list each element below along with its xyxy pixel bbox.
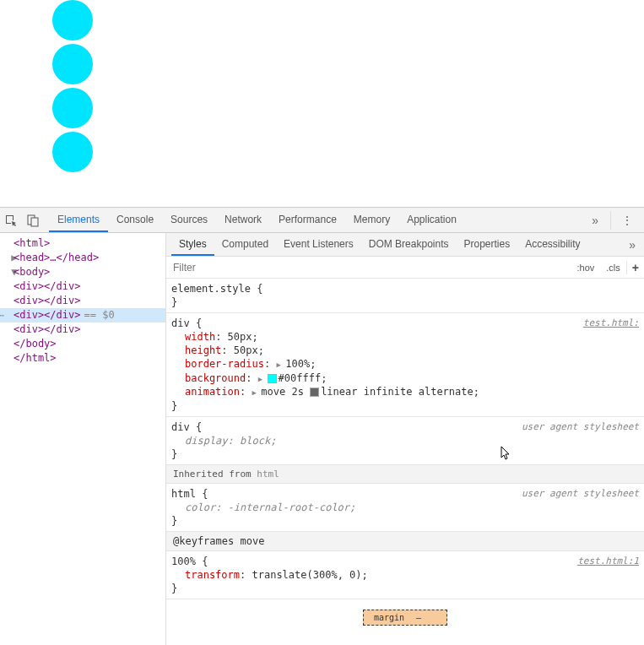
dom-tree-panel[interactable]: <html> ▶<head>…</head> ▼<body> <div></di… — [0, 233, 166, 645]
subtab-accessibility[interactable]: Accessibility — [517, 233, 587, 256]
source-link[interactable]: test.html: — [583, 317, 639, 330]
styles-filter-input[interactable] — [166, 258, 571, 277]
source-link[interactable]: test.html:1 — [577, 555, 639, 568]
keyframes-section-header[interactable]: @keyframes move — [166, 532, 644, 551]
subtab-dom-breakpoints[interactable]: DOM Breakpoints — [361, 233, 457, 256]
subtab-computed[interactable]: Computed — [214, 233, 276, 256]
tab-elements[interactable]: Elements — [49, 208, 108, 232]
dom-node: </body> — [0, 337, 165, 351]
box-model-diagram[interactable]: margin – — [166, 599, 644, 626]
dom-node: <div></div> — [0, 322, 165, 337]
styles-panel: Styles Computed Event Listeners DOM Brea… — [166, 233, 644, 645]
dom-node: ▶<head>…</head> — [0, 251, 165, 265]
css-rules-list: element.style { } test.html: div { width… — [166, 279, 644, 645]
devtools-panel: Elements Console Sources Network Perform… — [0, 207, 644, 645]
tab-network[interactable]: Network — [216, 208, 270, 232]
more-subtabs-icon[interactable]: » — [620, 238, 644, 252]
tab-application[interactable]: Application — [398, 208, 465, 232]
source-label: user agent stylesheet — [522, 420, 639, 434]
inherited-from-label: Inherited from html — [166, 465, 644, 484]
source-label: user agent stylesheet — [522, 487, 639, 501]
more-tabs-icon[interactable]: » — [583, 214, 607, 227]
styles-filter-row: :hov .cls + — [166, 257, 644, 279]
devtools-topbar: Elements Console Sources Network Perform… — [0, 208, 644, 233]
dom-node: <div></div> — [0, 279, 165, 294]
css-rule-element-style[interactable]: element.style { } — [166, 279, 644, 313]
settings-menu-icon[interactable]: ⋮ — [610, 211, 644, 230]
device-toolbar-icon[interactable] — [22, 209, 44, 231]
rendered-page-preview — [0, 0, 644, 207]
toggle-class-button[interactable]: .cls — [600, 263, 626, 273]
css-rule-html-ua[interactable]: user agent stylesheet html { color: -int… — [166, 484, 644, 532]
subtab-styles[interactable]: Styles — [171, 233, 214, 256]
styles-subtabs: Styles Computed Event Listeners DOM Brea… — [166, 233, 644, 257]
subtab-properties[interactable]: Properties — [456, 233, 517, 256]
tab-sources[interactable]: Sources — [162, 208, 216, 232]
dom-node-selected: <div></div>== $0 — [0, 308, 165, 322]
tab-console[interactable]: Console — [108, 208, 162, 232]
devtools-body: <html> ▶<head>…</head> ▼<body> <div></di… — [0, 233, 644, 645]
inspect-element-icon[interactable] — [0, 209, 22, 231]
css-rule-div[interactable]: test.html: div { width: 50px; height: 50… — [166, 313, 644, 417]
subtab-event-listeners[interactable]: Event Listeners — [276, 233, 361, 256]
preview-circle — [52, 44, 93, 84]
css-rule-keyframe[interactable]: test.html:1 100% { transform: translate(… — [166, 551, 644, 599]
svg-rect-1 — [31, 218, 38, 226]
toggle-hover-button[interactable]: :hov — [571, 263, 601, 273]
devtools-main-tabs: Elements Console Sources Network Perform… — [49, 208, 583, 232]
easing-swatch-icon[interactable] — [310, 388, 319, 397]
preview-circle — [52, 132, 93, 172]
dom-node: ▼<body> — [0, 265, 165, 279]
tab-performance[interactable]: Performance — [270, 208, 345, 232]
tab-memory[interactable]: Memory — [345, 208, 398, 232]
dom-node: </html> — [0, 351, 165, 366]
css-rule-div-ua[interactable]: user agent stylesheet div { display: blo… — [166, 417, 644, 465]
inherited-element-link[interactable]: html — [257, 469, 279, 480]
preview-circle — [52, 0, 93, 41]
preview-circle — [52, 88, 93, 128]
color-swatch-icon[interactable] — [268, 374, 277, 383]
new-style-rule-button[interactable]: + — [626, 261, 644, 274]
dom-node: <html> — [0, 236, 165, 251]
dom-node: <div></div> — [0, 294, 165, 308]
